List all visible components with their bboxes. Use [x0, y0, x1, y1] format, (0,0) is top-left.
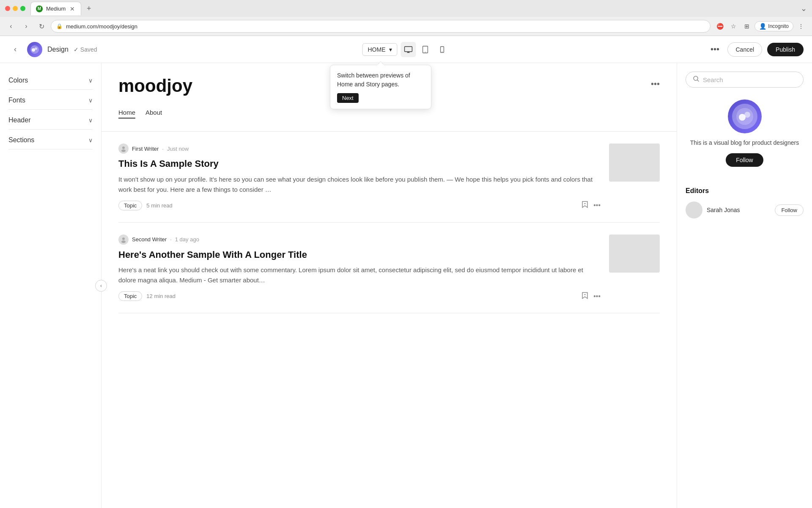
- content-area: moodjoy ••• Home About: [102, 63, 677, 508]
- article-title: This Is A Sample Story: [118, 158, 601, 170]
- sidebar-section-header-header[interactable]: Header ∨: [8, 111, 93, 130]
- bookmark-article-button[interactable]: [582, 201, 588, 210]
- follow-button[interactable]: Follow: [726, 153, 763, 167]
- search-box[interactable]: Search: [686, 72, 804, 88]
- sidebar-sections-label: Sections: [8, 136, 34, 144]
- sidebar-section-fonts: Fonts ∨: [0, 91, 101, 110]
- tab-close-button[interactable]: ✕: [69, 6, 76, 12]
- forward-nav-button[interactable]: ›: [20, 20, 32, 32]
- article-item: First Writer · Just now This Is A Sample…: [118, 132, 660, 223]
- mobile-device-button[interactable]: [435, 42, 450, 57]
- back-button[interactable]: ‹: [8, 43, 22, 56]
- sidebar-section-fonts-header[interactable]: Fonts ∨: [8, 91, 93, 110]
- article-more-button[interactable]: •••: [593, 293, 601, 300]
- article-more-button[interactable]: •••: [593, 202, 601, 209]
- article-author: Second Writer · 1 day ago: [118, 235, 601, 245]
- bookmark-article-button[interactable]: [582, 292, 588, 301]
- browser-tab[interactable]: M Medium ✕: [30, 2, 81, 15]
- article-tag[interactable]: Topic: [118, 291, 142, 301]
- article-time: Just now: [167, 146, 189, 152]
- article-excerpt: It won't show up on your profile. It's h…: [118, 174, 601, 195]
- cancel-button[interactable]: Cancel: [727, 42, 762, 57]
- article-time: 1 day ago: [175, 236, 199, 243]
- svg-point-9: [121, 149, 126, 152]
- sidebar-section-sections-header[interactable]: Sections ∨: [8, 131, 93, 149]
- article-content: Second Writer · 1 day ago Here's Another…: [118, 235, 601, 301]
- author-name: First Writer: [132, 146, 159, 152]
- fonts-chevron-icon: ∨: [88, 97, 93, 104]
- traffic-light-yellow[interactable]: [13, 6, 18, 11]
- nav-about[interactable]: About: [145, 109, 162, 119]
- article-meta: Topic 5 min read: [118, 201, 601, 210]
- editor-name: Sarah Jonas: [707, 207, 771, 213]
- article-excerpt: Here's a neat link you should check out …: [118, 265, 601, 285]
- saved-label: Saved: [80, 46, 97, 53]
- tab-label: Medium: [46, 6, 66, 12]
- article-read-time: 5 min read: [146, 202, 172, 209]
- desktop-device-button[interactable]: [401, 42, 416, 57]
- article-read-time: 12 min read: [146, 293, 176, 299]
- nav-home[interactable]: Home: [118, 109, 135, 119]
- sidebar-section-colors-header[interactable]: Colors ∨: [8, 72, 93, 90]
- window-expand-button[interactable]: ⌄: [801, 4, 807, 13]
- reload-button[interactable]: ↻: [36, 20, 47, 32]
- address-bar[interactable]: 🔒 medium.com/moodjoy/design: [51, 20, 710, 33]
- traffic-light-red[interactable]: [5, 6, 10, 11]
- article-thumbnail: [609, 235, 660, 273]
- sidebar-fonts-label: Fonts: [8, 97, 25, 104]
- tooltip: Switch between previews of Home and Stor…: [330, 65, 431, 109]
- preview-container: moodjoy ••• Home About: [102, 63, 677, 508]
- editor-follow-button[interactable]: Follow: [775, 204, 804, 216]
- traffic-light-green[interactable]: [20, 6, 25, 11]
- menu-button[interactable]: ⋮: [795, 20, 807, 32]
- editors-section: Editors Sarah Jonas Follow: [686, 187, 804, 218]
- right-sidebar: Search This is a visual blog for product…: [677, 63, 812, 508]
- article-tag[interactable]: Topic: [118, 201, 142, 210]
- article-title: Here's Another Sample With A Longer Titl…: [118, 249, 601, 261]
- editor-item: Sarah Jonas Follow: [686, 202, 804, 218]
- tooltip-text: Switch between previews of Home and Stor…: [337, 71, 424, 89]
- saved-status: ✓ Saved: [74, 46, 97, 53]
- articles-list: First Writer · Just now This Is A Sample…: [102, 132, 677, 313]
- sidebar-section-colors: Colors ∨: [0, 72, 101, 90]
- sidebar: ‹ Colors ∨ Fonts ∨ Header ∨: [0, 63, 102, 508]
- tooltip-next-button[interactable]: Next: [337, 93, 359, 103]
- sidebar-collapse-button[interactable]: ‹: [95, 280, 107, 292]
- publication-avatar: [728, 99, 762, 133]
- back-nav-button[interactable]: ‹: [5, 20, 17, 32]
- editors-title: Editors: [686, 187, 804, 195]
- incognito-label: Incognito: [768, 23, 789, 29]
- publication-profile: This is a visual blog for product design…: [686, 99, 804, 177]
- header-chevron-icon: ∨: [88, 117, 93, 124]
- new-tab-button[interactable]: +: [83, 3, 95, 14]
- search-icon: [693, 75, 700, 84]
- colors-chevron-icon: ∨: [88, 77, 93, 84]
- header-center-controls: HOME ▾: [362, 42, 450, 57]
- publish-button[interactable]: Publish: [767, 43, 804, 56]
- chevron-down-icon: ▾: [389, 46, 392, 53]
- article-thumbnail: [609, 144, 660, 182]
- article-author: First Writer · Just now: [118, 144, 601, 154]
- author-name: Second Writer: [132, 236, 167, 243]
- page-selector-label: HOME: [368, 46, 386, 53]
- bookmark-button[interactable]: ☆: [727, 20, 739, 32]
- search-placeholder: Search: [703, 76, 723, 83]
- more-options-button[interactable]: •••: [707, 42, 722, 57]
- svg-point-8: [122, 146, 125, 149]
- svg-point-7: [442, 51, 442, 52]
- tab-grid-button[interactable]: ⊞: [741, 20, 753, 32]
- check-icon: ✓: [74, 46, 79, 53]
- article-meta: Topic 12 min read: [118, 291, 601, 301]
- author-avatar: [118, 235, 129, 245]
- app-title: Design: [47, 46, 69, 53]
- extensions-button[interactable]: ⛔: [714, 20, 726, 32]
- tab-favicon: M: [36, 6, 43, 12]
- sidebar-header-label: Header: [8, 116, 30, 124]
- sidebar-section-sections: Sections ∨: [0, 131, 101, 149]
- page-selector[interactable]: HOME ▾: [362, 43, 398, 56]
- publication-more-button[interactable]: •••: [651, 79, 660, 89]
- incognito-badge: 👤 Incognito: [754, 21, 793, 31]
- sidebar-colors-label: Colors: [8, 77, 28, 84]
- tablet-device-button[interactable]: [418, 42, 433, 57]
- app-logo: [27, 42, 42, 57]
